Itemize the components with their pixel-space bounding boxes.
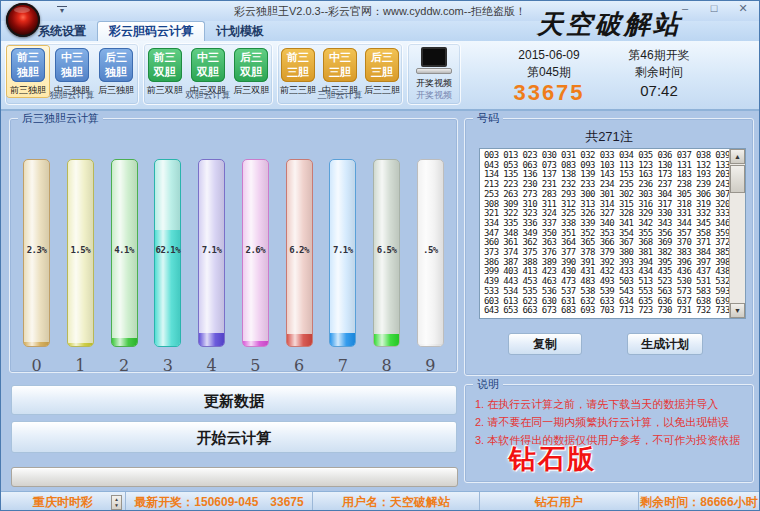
bar-category-label: 0 <box>23 356 50 375</box>
quick-access-caret-icon[interactable]: ▾ <box>57 6 67 16</box>
draw-result: 33675 <box>493 81 605 105</box>
generate-plan-button[interactable]: 生成计划 <box>627 333 703 355</box>
bar-value-label: .5% <box>413 245 448 255</box>
中三三胆-icon: 中三三胆 <box>323 48 357 82</box>
numbers-grid: 003 013 023 030 031 032 033 034 035 036 … <box>480 149 729 318</box>
bar-value-label: 2.3% <box>19 245 54 255</box>
scrollbar[interactable]: ▲ ▼ <box>729 149 745 318</box>
ribbon-group-2: 前三双胆前三双胆中三双胆中三双胆后三双胆后三双胆双胆云计算 <box>143 43 273 105</box>
chart-bar-digit-3: 62.1%3 <box>154 159 181 379</box>
bar-category-label: 2 <box>111 356 138 375</box>
app-window: 彩云独胆王V2.0.3--彩云官网：www.cyddw.com--拒绝盗版！ –… <box>0 0 760 511</box>
status-lottery-select[interactable]: 重庆时时彩 ▴▾ <box>1 492 126 511</box>
countdown-label: 剩余时间 <box>609 64 709 81</box>
lottery-name: 重庆时时彩 <box>33 494 93 511</box>
status-bar: 重庆时时彩 ▴▾ 最新开奖：150609-045 33675 用户名：天空破解站… <box>1 491 759 511</box>
numbers-panel: 号码 共271注 003 013 023 030 031 032 033 034… <box>464 118 754 376</box>
numbers-panel-title: 号码 <box>473 112 503 125</box>
bar-category-label: 7 <box>329 356 356 375</box>
ribbon-group-label: 三胆云计算 <box>278 89 402 102</box>
chart-bar-digit-1: 1.5%1 <box>67 159 94 379</box>
ribbon-group-label: 双胆云计算 <box>144 89 272 102</box>
status-latest-draw: 最新开奖：150609-045 33675 <box>126 492 313 511</box>
前三独胆-icon: 前三独胆 <box>11 48 45 82</box>
lottery-spinner-icon[interactable]: ▴▾ <box>111 495 122 510</box>
bar-category-label: 1 <box>67 356 94 375</box>
next-draw-info: 第46期开奖 剩余时间 07:42 <box>609 47 709 101</box>
video-group-label: 开奖视频 <box>408 89 460 102</box>
current-draw-info: 2015-06-09 第045期 33675 <box>493 47 605 105</box>
bar-value-label: 1.5% <box>63 245 98 255</box>
ribbon-group-3: 前三三胆前三三胆中三三胆中三三胆后三三胆后三三胆三胆云计算 <box>277 43 403 105</box>
draw-date: 2015-06-09 <box>493 47 605 64</box>
ribbon-group-label: 独胆云计算 <box>6 89 138 102</box>
bar-value-label: 6.5% <box>369 245 404 255</box>
next-draw-issue: 第46期开奖 <box>609 47 709 64</box>
chart-bar-digit-2: 4.1%2 <box>111 159 138 379</box>
后三独胆-icon: 后三独胆 <box>99 48 133 82</box>
scroll-down-icon[interactable]: ▼ <box>730 303 745 318</box>
draw-issue: 第045期 <box>493 64 605 81</box>
progress-bar <box>11 467 458 487</box>
open-draw-video-button[interactable]: 开奖视频 <box>408 44 460 90</box>
bar-category-label: 4 <box>198 356 225 375</box>
bar-category-label: 6 <box>286 356 313 375</box>
tab-3[interactable]: 计划模板 <box>205 22 275 42</box>
notes-panel-title: 说明 <box>473 378 503 391</box>
status-user-level: 钻石用户 <box>480 492 639 511</box>
close-button[interactable]: ✕ <box>735 2 751 15</box>
countdown-time: 07:42 <box>609 81 709 101</box>
中三独胆-icon: 中三独胆 <box>55 48 89 82</box>
app-logo-orb-icon[interactable] <box>6 3 40 37</box>
numbers-count-label: 共271注 <box>465 128 753 146</box>
brand-title: 天空破解站 <box>537 7 682 42</box>
laptop-icon <box>416 47 452 75</box>
scroll-thumb[interactable] <box>730 165 745 193</box>
ribbon-toolbar: 前三独胆前三独胆中三独胆中三独胆后三独胆后三独胆独胆云计算前三双胆前三双胆中三双… <box>1 41 759 111</box>
note-line-2: 2. 请不要在同一期内频繁执行云计算，以免出现错误 <box>475 413 753 431</box>
chart-bar-digit-8: 6.5%8 <box>373 159 400 379</box>
tab-2[interactable]: 彩云胆码云计算 <box>97 21 205 42</box>
bar-category-label: 5 <box>242 356 269 375</box>
bar-category-label: 3 <box>154 356 181 375</box>
chart-panel-title: 后三独胆云计算 <box>18 112 103 125</box>
status-username: 用户名：天空破解站 <box>313 492 480 511</box>
chart-bar-digit-9: .5%9 <box>417 159 444 379</box>
maximize-button[interactable]: □ <box>706 2 722 15</box>
前三双胆-icon: 前三双胆 <box>148 48 182 82</box>
后三三胆-icon: 后三三胆 <box>365 48 399 82</box>
后三双胆-icon: 后三双胆 <box>234 48 268 82</box>
ribbon-group-video: 开奖视频 开奖视频 <box>407 43 461 105</box>
start-cloud-calc-button[interactable]: 开始云计算 <box>11 421 457 453</box>
minimize-button[interactable]: – <box>677 2 693 15</box>
chart-bar-digit-6: 6.2%6 <box>286 159 313 379</box>
chart-bar-digit-0: 2.3%0 <box>23 159 50 379</box>
bar-value-label: 4.1% <box>107 245 142 255</box>
numbers-textarea[interactable]: 003 013 023 030 031 032 033 034 035 036 … <box>479 148 746 319</box>
status-remaining-time: 剩余时间：86666小时 <box>639 492 759 511</box>
copy-button[interactable]: 复制 <box>508 333 582 355</box>
chart-bar-digit-5: 2.6%5 <box>242 159 269 379</box>
notes-panel: 说明 1. 在执行云计算之前，请先下载当天的数据并导入2. 请不要在同一期内频繁… <box>464 384 754 483</box>
bar-value-label: 62.1% <box>150 245 185 255</box>
edition-badge: 钻石版 <box>509 441 596 477</box>
bar-value-label: 2.6% <box>238 245 273 255</box>
update-data-button[interactable]: 更新数据 <box>11 385 457 415</box>
bar-value-label: 6.2% <box>282 245 317 255</box>
中三双胆-icon: 中三双胆 <box>191 48 225 82</box>
chart-bar-digit-4: 7.1%4 <box>198 159 225 379</box>
chart-panel: 后三独胆云计算 2.3%01.5%14.1%262.1%37.1%42.6%56… <box>9 118 458 373</box>
note-line-1: 1. 在执行云计算之前，请先下载当天的数据并导入 <box>475 395 753 413</box>
bar-value-label: 7.1% <box>194 245 229 255</box>
digit-probability-chart: 2.3%01.5%14.1%262.1%37.1%42.6%56.2%67.1%… <box>23 159 444 379</box>
bar-category-label: 8 <box>373 356 400 375</box>
scroll-up-icon[interactable]: ▲ <box>730 149 745 164</box>
chart-bar-digit-7: 7.1%7 <box>329 159 356 379</box>
前三三胆-icon: 前三三胆 <box>281 48 315 82</box>
bar-value-label: 7.1% <box>325 245 360 255</box>
ribbon-group-1: 前三独胆前三独胆中三独胆中三独胆后三独胆后三独胆独胆云计算 <box>5 43 139 105</box>
bar-category-label: 9 <box>417 356 444 375</box>
